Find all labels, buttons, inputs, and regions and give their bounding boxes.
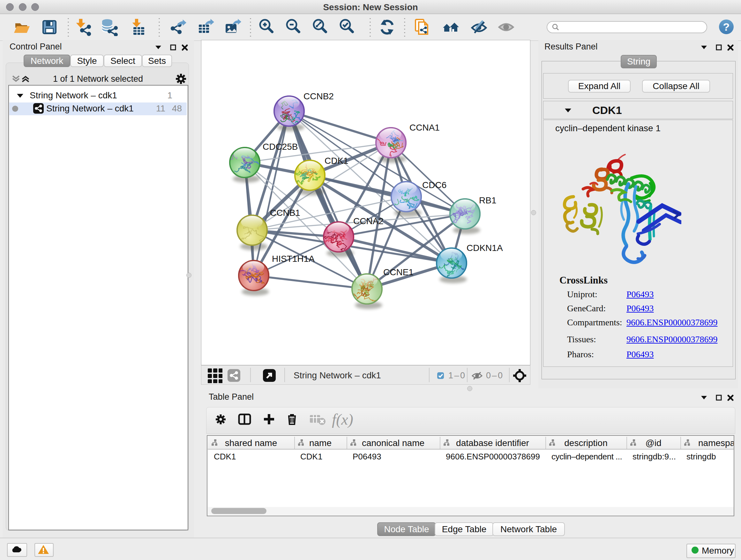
svg-text:CDKN1A: CDKN1A <box>467 243 503 253</box>
svg-text:CCNB2: CCNB2 <box>304 91 334 101</box>
svg-text:RB1: RB1 <box>479 195 496 205</box>
svg-text:CCNA1: CCNA1 <box>409 123 440 132</box>
svg-text:CCNA2: CCNA2 <box>353 216 384 226</box>
svg-text:CCNE1: CCNE1 <box>383 267 414 277</box>
svg-text:CCNB1: CCNB1 <box>270 208 300 218</box>
svg-text:CDC6: CDC6 <box>422 180 447 190</box>
svg-text:CDC25B: CDC25B <box>263 142 298 152</box>
svg-text:CDK1: CDK1 <box>325 156 348 166</box>
svg-text:HIST1H1A: HIST1H1A <box>272 254 315 264</box>
